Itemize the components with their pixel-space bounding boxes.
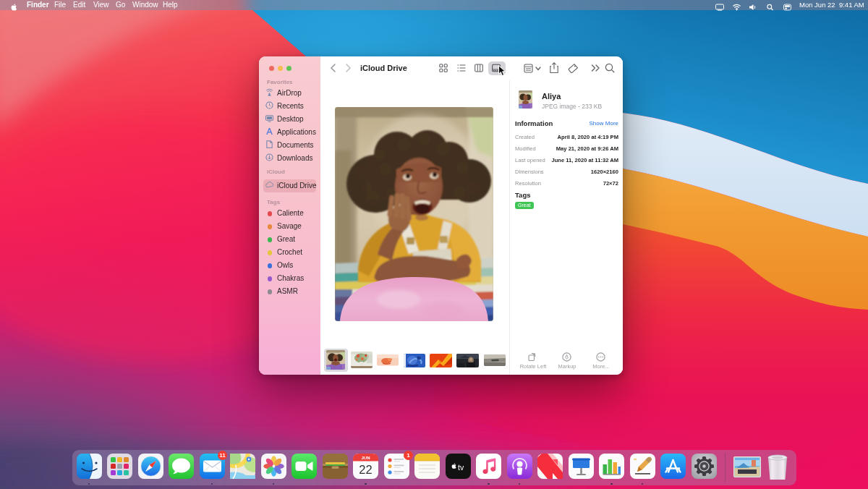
svg-text:tv: tv — [458, 463, 464, 472]
svg-text:“: “ — [634, 456, 637, 464]
svg-text:22: 22 — [359, 463, 372, 476]
svg-text:JUN: JUN — [361, 456, 370, 460]
